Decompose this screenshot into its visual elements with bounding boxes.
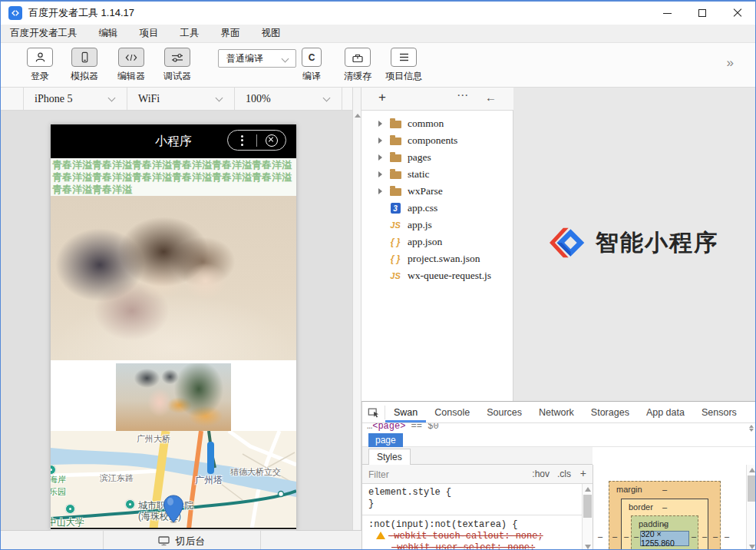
- more-menu-icon[interactable]: [228, 135, 256, 146]
- chevron-right-icon[interactable]: [378, 121, 382, 127]
- file-tree-folder-common[interactable]: common: [361, 115, 513, 132]
- tab-styles[interactable]: Styles: [368, 449, 411, 465]
- more-options-button[interactable]: ⋯: [457, 88, 469, 102]
- inspect-element-button[interactable]: [362, 406, 385, 419]
- folder-icon: [389, 187, 401, 196]
- project-info-button[interactable]: 项目信息: [379, 48, 428, 83]
- tab-sources[interactable]: Sources: [478, 402, 530, 422]
- new-style-rule-button[interactable]: +: [580, 467, 586, 479]
- title-bar: 百度开发者工具 1.14.17: [1, 2, 755, 25]
- mini-scrollbar[interactable]: [749, 425, 754, 432]
- box-model-content[interactable]: 320 × 1255.860: [640, 531, 689, 546]
- element-style-rule[interactable]: element.style { }: [362, 484, 582, 515]
- mini-program-navbar: 小程序: [51, 124, 296, 158]
- clear-cache-button[interactable]: 清缓存: [333, 48, 382, 83]
- box-model-pane: margin – border – padding – 320 × 1255.8…: [593, 465, 746, 550]
- poi-icon[interactable]: [65, 504, 75, 514]
- styles-tab-bar: Styles: [362, 447, 593, 465]
- tab-swan[interactable]: Swan: [385, 402, 426, 422]
- menu-project[interactable]: 项目: [129, 25, 170, 42]
- elements-breadcrumb: page: [362, 433, 756, 447]
- page-tag: <page>: [372, 423, 405, 432]
- close-button[interactable]: [720, 2, 755, 25]
- tab-network[interactable]: Network: [530, 402, 583, 422]
- scrollbar-strip[interactable]: [352, 88, 361, 550]
- minimize-button[interactable]: [649, 2, 685, 25]
- device-select[interactable]: iPhone 5: [24, 88, 127, 110]
- debugger-button[interactable]: 调试器: [153, 48, 202, 83]
- chevron-right-icon[interactable]: [378, 154, 382, 161]
- js-file-icon: JS: [389, 220, 401, 230]
- toolbar-overflow-button[interactable]: »: [727, 55, 734, 71]
- app-window: 百度开发者工具 1.14.17 百度开发者工具 编辑 项目 工具 界面 视图 登…: [0, 0, 756, 550]
- file-label: project.swan.json: [408, 253, 480, 265]
- css-file-icon: 3: [389, 203, 401, 214]
- tab-storages[interactable]: Storages: [583, 402, 638, 422]
- devtools-tab-bar: Swan Console Sources Network Storages Ap…: [362, 402, 756, 423]
- box-model-scrollbar[interactable]: [746, 465, 756, 550]
- file-tree-file-projectswanjson[interactable]: { } project.swan.json: [361, 250, 513, 267]
- chevron-right-icon[interactable]: [378, 188, 382, 194]
- collapse-panel-button[interactable]: ←: [485, 91, 497, 104]
- menu-app[interactable]: 百度开发者工具: [1, 25, 88, 42]
- file-tree-file-appjs[interactable]: JS app.js: [361, 217, 513, 234]
- menu-interface[interactable]: 界面: [210, 25, 251, 42]
- map-view[interactable]: 广州大桥 滨江东路 广州塔 猎德大桥立交 海岸 乐园 中山大学 城市职业学院 (…: [51, 431, 296, 529]
- zoom-select[interactable]: 100%: [235, 88, 342, 110]
- switch-background-button[interactable]: 切后台: [103, 531, 260, 550]
- tab-sensors[interactable]: Sensors: [693, 402, 745, 422]
- file-tree-folder-wxparse[interactable]: wxParse: [361, 183, 513, 200]
- warning-icon: [376, 532, 385, 539]
- file-tree-folder-static[interactable]: static: [361, 166, 513, 183]
- folder-icon: [389, 170, 401, 179]
- compile-button[interactable]: C 编译: [287, 48, 336, 83]
- login-button[interactable]: 登录: [15, 48, 64, 83]
- mini-program-close-button[interactable]: [257, 134, 286, 147]
- simulator-button[interactable]: 模拟器: [60, 48, 109, 83]
- tab-app-data[interactable]: App data: [638, 402, 693, 422]
- styles-scrollbar[interactable]: [582, 484, 593, 550]
- sliders-icon: [164, 48, 190, 67]
- compile-mode-select[interactable]: 普通编译: [218, 49, 296, 68]
- menu-bar: 百度开发者工具 编辑 项目 工具 界面 视图: [1, 25, 755, 43]
- maximize-button[interactable]: [685, 2, 720, 25]
- box-model-padding[interactable]: padding – 320 × 1255.860: [631, 515, 698, 550]
- zoom-select-value: 100%: [246, 93, 271, 105]
- minimize-icon: [663, 13, 672, 14]
- editor-button[interactable]: 编辑器: [107, 48, 156, 83]
- toggle-hover-state-button[interactable]: :hov: [532, 469, 550, 479]
- menu-tools[interactable]: 工具: [170, 25, 210, 42]
- file-tree-folder-components[interactable]: components: [361, 132, 513, 149]
- tab-console[interactable]: Console: [426, 402, 478, 422]
- chevron-right-icon[interactable]: [378, 171, 382, 177]
- add-file-button[interactable]: +: [378, 90, 386, 105]
- poi-icon[interactable]: [125, 499, 135, 509]
- file-tree-file-appcss[interactable]: 3 app.css: [361, 200, 513, 217]
- elements-tree-row[interactable]: …<page> == $0: [362, 423, 756, 433]
- device-bar-spacer: [1, 88, 24, 110]
- file-tree-folder-pages[interactable]: pages: [361, 149, 513, 166]
- map-label: 滨江东路: [100, 472, 134, 484]
- folder-label: components: [408, 134, 457, 147]
- file-tree-file-wxqueuerequestjs[interactable]: JS wx-queue-request.js: [361, 267, 513, 284]
- box-model-border[interactable]: border – padding – 320 × 1255.860: [621, 499, 708, 550]
- photo-children: [51, 196, 296, 360]
- css-rule[interactable]: :not(input):not(textarea) { -webkit-touc…: [362, 515, 582, 550]
- file-label: wx-queue-request.js: [408, 270, 491, 282]
- breadcrumb-page-chip[interactable]: page: [368, 433, 403, 447]
- compile-icon: C: [302, 48, 322, 67]
- styles-filter-input[interactable]: [368, 467, 499, 482]
- window-title: 百度开发者工具 1.14.17: [28, 6, 134, 20]
- file-label: app.css: [408, 202, 437, 214]
- compile-mode-value: 普通编译: [226, 52, 263, 65]
- chevron-right-icon[interactable]: [378, 138, 382, 144]
- folder-icon: [389, 153, 401, 162]
- toggle-class-button[interactable]: .cls: [557, 469, 571, 479]
- switch-background-label: 切后台: [176, 535, 206, 548]
- file-tree-file-appjson[interactable]: { } app.json: [361, 234, 513, 250]
- menu-edit[interactable]: 编辑: [88, 25, 129, 42]
- map-label: 猎德大桥立交: [230, 466, 281, 478]
- menu-view[interactable]: 视图: [251, 25, 292, 42]
- app-logo-icon: [8, 6, 22, 20]
- network-select[interactable]: WiFi: [127, 88, 235, 110]
